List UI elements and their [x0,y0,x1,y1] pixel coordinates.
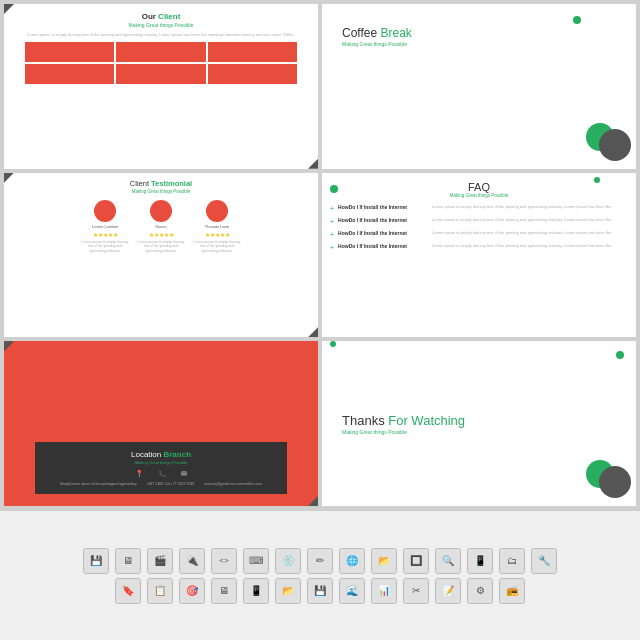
text-1: Lorem ipsum is simply dummy text of the … [80,240,130,254]
tool-btn-notepad[interactable]: 📝 [435,578,461,604]
tool-btn-target[interactable]: 🎯 [179,578,205,604]
dot-decoration-dark-lg [599,129,631,161]
faq-item-2: + HowDo I If Install the Internet Lorem … [330,217,628,225]
testimonial-item-1: Lorem Lordam ★★★★★ Lorem ipsum is simply… [80,200,130,254]
logo-cell-2 [116,42,205,62]
location-details-row: Simply lorem ipsum of the printingand ty… [60,482,262,486]
logo-cell-1 [25,42,114,62]
testimonials-row: Lorem Lordam ★★★★★ Lorem ipsum is simply… [8,200,314,254]
testimonial-title: Client Testimonial [130,179,192,188]
slide-title: Our Client [142,12,181,21]
coffee-title: Coffee Break [330,26,628,40]
location-icons-row: 📍 📞 ✉ [135,470,187,478]
map-pin-icon: 📍 [135,470,144,478]
tool-btn-video[interactable]: 🎬 [147,548,173,574]
tool-btn-grid[interactable]: 🔲 [403,548,429,574]
lorem-text: Lorem ipsum is simply dummy text of the … [23,32,298,38]
location-title: Location Branch [131,450,191,459]
dot-decoration-teal [330,185,338,193]
faq-answer-2: Lorem ipsum is simply dummy text of the … [432,217,611,223]
tool-btn-mobile[interactable]: 📱 [467,548,493,574]
stars-1: ★★★★★ [93,231,118,238]
tool-btn-clipboard[interactable]: 📋 [147,578,173,604]
plus-icon-3: + [330,231,334,238]
tool-btn-search[interactable]: 🔍 [435,548,461,574]
tool-btn-screen[interactable]: 🖥 [211,578,237,604]
faq-item-3: + HowDo I If Install the Internet Lorem … [330,230,628,238]
text-3: Lorem ipsum is simply dummy text of the … [192,240,242,254]
location-col-2: +667 1306 114 +77 4507 6539 [146,482,194,486]
plus-icon-1: + [330,205,334,212]
tool-btn-network[interactable]: 🌐 [339,548,365,574]
coffee-subtitle: Making Great things Possible [330,41,628,47]
faq-answer-4: Lorem ipsum is simply dummy text of the … [432,243,611,249]
name-1: Lorem Lordam [92,224,118,229]
location-col-3: mercury@gmail.com internetlion.com [204,482,262,486]
name-3: Thomas Lane [205,224,229,229]
tool-btn-radio[interactable]: 📻 [499,578,525,604]
slide-faq: FAQ Making Great things Possible + HowDo… [322,173,636,338]
tool-btn-pencil[interactable]: ✏ [307,548,333,574]
phone-icon: 📞 [158,470,167,478]
client-logo-grid [25,42,297,84]
logo-cell-6 [208,64,297,84]
testimonial-subtitle: Making Great things Possible [132,189,191,194]
faq-item-1: + HowDo I If Install the Internet Lorem … [330,204,628,212]
toolbar-row-1: 💾 🖥 🎬 🔌 <> ⌨ 💿 ✏ 🌐 📂 🔲 🔍 📱 🗂 🔧 [83,548,557,574]
tool-btn-wrench[interactable]: 🔧 [531,548,557,574]
faq-answer-1: Lorem ipsum is simply dummy text of the … [432,204,611,210]
tool-btn-save[interactable]: 💾 [83,548,109,574]
faq-item-4: + HowDo I If Install the Internet Lorem … [330,243,628,251]
logo-cell-5 [116,64,205,84]
slide-our-client: Our Client Making Great things Possible … [4,4,318,169]
corner-decoration-br [308,159,318,169]
location-phone: +667 1306 114 +77 4507 6539 [146,482,194,486]
name-2: Simon [155,224,166,229]
location-card: Location Branch Making Great things Poss… [35,442,286,494]
location-col-1: Simply lorem ipsum of the printingand ty… [60,482,136,486]
tool-btn-save2[interactable]: 💾 [307,578,333,604]
testimonial-item-3: Thomas Lane ★★★★★ Lorem ipsum is simply … [192,200,242,254]
slide-coffee-break: Coffee Break Making Great things Possibl… [322,4,636,169]
corner-decoration-tl [4,173,14,183]
tool-btn-scissors[interactable]: ✂ [403,578,429,604]
tool-btn-monitor[interactable]: 🖥 [115,548,141,574]
dot-decoration-dark-lg [599,466,631,498]
plus-icon-2: + [330,218,334,225]
testimonial-item-2: Simon ★★★★★ Lorem ipsum is simply dummy … [136,200,186,254]
avatar-2 [150,200,172,222]
dot-decoration-teal-top-r [594,177,600,183]
tool-btn-files[interactable]: 🗂 [499,548,525,574]
slide-testimonial: Client Testimonial Making Great things P… [4,173,318,338]
slide-location: Location Branch Making Great things Poss… [4,341,318,506]
thanks-title: Thanks For Watching [330,413,628,428]
tool-btn-gear[interactable]: ⚙ [467,578,493,604]
toolbar: 💾 🖥 🎬 🔌 <> ⌨ 💿 ✏ 🌐 📂 🔲 🔍 📱 🗂 🔧 🔖 📋 🎯 🖥 📱… [0,510,640,640]
tool-btn-folder[interactable]: 📂 [371,548,397,574]
tool-btn-phone[interactable]: 📱 [243,578,269,604]
tool-btn-wave[interactable]: 🌊 [339,578,365,604]
logo-cell-4 [25,64,114,84]
tool-btn-chart[interactable]: 📊 [371,578,397,604]
dot-decoration-sm [616,351,624,359]
toolbar-row-2: 🔖 📋 🎯 🖥 📱 📂 💾 🌊 📊 ✂ 📝 ⚙ 📻 [115,578,525,604]
faq-subtitle: Making Great things Possible [450,193,509,198]
tool-btn-bookmark[interactable]: 🔖 [115,578,141,604]
thanks-subtitle: Making Great things Possible [330,429,628,435]
avatar-1 [94,200,116,222]
tool-btn-code[interactable]: <> [211,548,237,574]
faq-answer-3: Lorem ipsum is simply dummy text of the … [432,230,611,236]
location-email: mercury@gmail.com internetlion.com [204,482,262,486]
corner-decoration-br [308,496,318,506]
faq-list: + HowDo I If Install the Internet Lorem … [330,204,628,251]
slide-thanks: Thanks For Watching Making Great things … [322,341,636,506]
tool-btn-power[interactable]: 🔌 [179,548,205,574]
avatar-3 [206,200,228,222]
text-2: Lorem ipsum is simply dummy text of the … [136,240,186,254]
email-icon: ✉ [181,470,187,478]
dot-decoration-teal-sm [573,16,581,24]
tool-btn-folder2[interactable]: 📂 [275,578,301,604]
tool-btn-disk[interactable]: 💿 [275,548,301,574]
corner-decoration-tl [4,4,14,14]
tool-btn-keyboard[interactable]: ⌨ [243,548,269,574]
